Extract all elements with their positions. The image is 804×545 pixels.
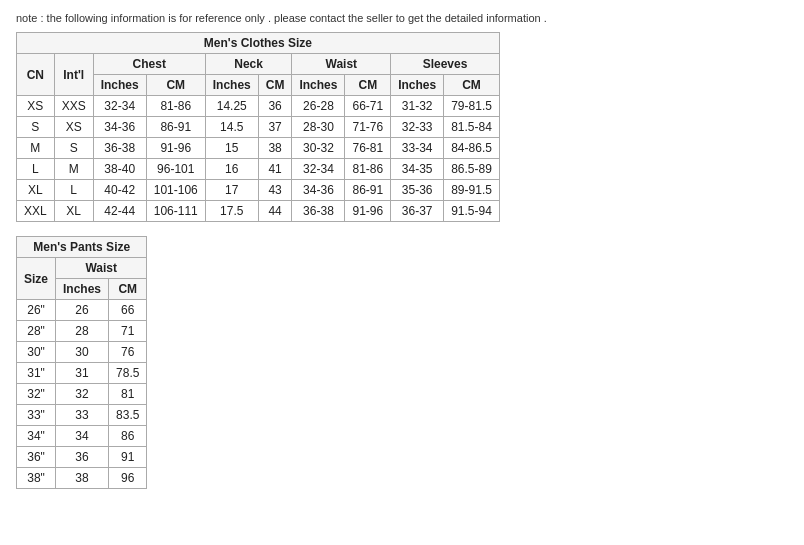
chest-inches-header: Inches [93,75,146,96]
clothes-table-row: XLL40-42101-106174334-3686-9135-3689-91.… [17,180,500,201]
intl-header: Int'l [54,54,93,96]
pants-size-header: Size [17,258,56,300]
neck-header: Neck [205,54,292,75]
sleeves-header: Sleeves [391,54,500,75]
clothes-table-row: XXLXL42-44106-11117.54436-3891-9636-3791… [17,201,500,222]
clothes-size-section: Men's Clothes Size CN Int'l Chest Neck W… [16,32,788,222]
pants-table-row: 31"3178.5 [17,363,147,384]
pants-table-row: 30"3076 [17,342,147,363]
pants-table-row: 33"3383.5 [17,405,147,426]
cn-header: CN [17,54,55,96]
pants-waist-header: Waist [56,258,147,279]
waist-cm-header: CM [345,75,391,96]
waist-header: Waist [292,54,391,75]
pants-cm-header: CM [109,279,147,300]
pants-size-table: Men's Pants Size Size Waist Inches CM 26… [16,236,147,489]
neck-inches-header: Inches [205,75,258,96]
pants-table-row: 36"3691 [17,447,147,468]
pants-table-row: 28"2871 [17,321,147,342]
sleeve-inches-header: Inches [391,75,444,96]
sleeve-cm-header: CM [444,75,500,96]
neck-cm-header: CM [258,75,292,96]
chest-cm-header: CM [146,75,205,96]
pants-inches-header: Inches [56,279,109,300]
clothes-table-row: LM38-4096-101164132-3481-8634-3586.5-89 [17,159,500,180]
waist-inches-header: Inches [292,75,345,96]
note-text: note : the following information is for … [16,12,788,24]
clothes-size-table: Men's Clothes Size CN Int'l Chest Neck W… [16,32,500,222]
clothes-table-title: Men's Clothes Size [17,33,500,54]
clothes-table-row: MS36-3891-96153830-3276-8133-3484-86.5 [17,138,500,159]
pants-table-row: 34"3486 [17,426,147,447]
pants-table-title: Men's Pants Size [17,237,147,258]
chest-header: Chest [93,54,205,75]
pants-size-section: Men's Pants Size Size Waist Inches CM 26… [16,236,147,489]
pants-table-row: 26"2666 [17,300,147,321]
clothes-table-row: SXS34-3686-9114.53728-3071-7632-3381.5-8… [17,117,500,138]
pants-table-row: 38"3896 [17,468,147,489]
clothes-table-row: XSXXS32-3481-8614.253626-2866-7131-3279-… [17,96,500,117]
pants-table-row: 32"3281 [17,384,147,405]
